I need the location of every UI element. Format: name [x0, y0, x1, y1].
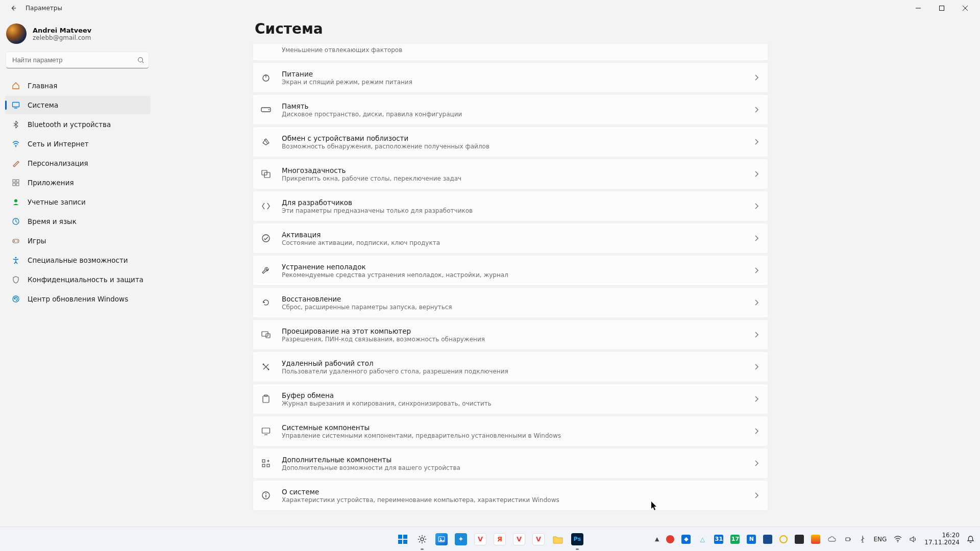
settings-card-optional[interactable]: Дополнительные компонентыДополнительные … [253, 448, 768, 479]
svg-rect-33 [403, 535, 407, 539]
tray-icon-6[interactable]: N [744, 529, 758, 549]
tray-icon-9[interactable] [792, 529, 806, 549]
nav-item-accounts[interactable]: Учетные записи [5, 193, 151, 211]
settings-card-subtitle: Прикрепить окна, рабочие столы, переключ… [282, 175, 744, 182]
settings-card-troubleshoot[interactable]: Устранение неполадокРекомендуемые средст… [253, 255, 768, 286]
svg-point-36 [421, 538, 424, 541]
tray-icon-3[interactable]: △ [695, 529, 709, 549]
settings-card-about[interactable]: О системеХарактеристики устройства, пере… [253, 480, 768, 511]
window-close-button[interactable] [953, 0, 977, 16]
nav-item-bluetooth[interactable]: Bluetooth и устройства [5, 115, 151, 134]
tray-icon-5[interactable]: 17 [728, 529, 742, 549]
nav-item-games[interactable]: Игры [5, 232, 151, 250]
tray-wifi[interactable] [891, 529, 904, 549]
settings-card-nearby[interactable]: Обмен с устройствами поблизостиВозможнос… [253, 127, 768, 157]
tray-language[interactable]: ENG [871, 529, 889, 549]
user-profile[interactable]: Andrei Matveev zelebb@gmail.com [3, 20, 153, 52]
clipboard-icon [260, 393, 272, 405]
taskbar-app-photoshop[interactable]: Ps [569, 531, 585, 547]
back-button[interactable] [3, 0, 23, 16]
windows-update-icon [11, 294, 20, 304]
tray-icon-8[interactable] [777, 529, 790, 549]
taskbar-app-explorer[interactable] [550, 531, 566, 547]
taskbar-app-yandex[interactable]: Я [492, 531, 508, 547]
nav-item-system[interactable]: Система [5, 96, 151, 114]
tray-icon-4[interactable]: 31 [712, 529, 726, 549]
tray-clock[interactable]: 16:20 17.11.2024 [922, 529, 962, 549]
games-icon [11, 236, 20, 245]
chevron-right-icon [754, 364, 758, 370]
search-input[interactable] [6, 52, 149, 68]
volume-icon [909, 536, 917, 543]
tray-time: 16:20 [924, 532, 960, 539]
start-button[interactable] [395, 531, 411, 547]
window-minimize-button[interactable] [906, 0, 930, 16]
nav-label: Центр обновления Windows [28, 295, 128, 303]
taskbar-app-generic-1[interactable]: ✦ [453, 531, 469, 547]
settings-card-recovery[interactable]: ВосстановлениеСброс, расширенные парамет… [253, 287, 768, 318]
settings-card-project[interactable]: Проецирование на этот компьютерРазрешени… [253, 319, 768, 350]
troubleshoot-icon [260, 265, 272, 276]
taskbar-app-vivaldi-1[interactable]: V [472, 531, 488, 547]
nav-label: Игры [28, 237, 46, 245]
svg-rect-24 [263, 396, 269, 403]
tray-icon-1[interactable] [664, 529, 677, 549]
settings-card-power[interactable]: ПитаниеЭкран и спящий режим, режим питан… [253, 62, 768, 93]
tray-onedrive[interactable] [825, 529, 839, 549]
search [6, 52, 149, 68]
nav-item-personalization[interactable]: Персонализация [5, 154, 151, 172]
settings-card-title: Устранение неполадок [282, 263, 744, 271]
tray-icon-7[interactable] [761, 529, 775, 549]
nav-item-network[interactable]: Сеть и Интернет [5, 135, 151, 153]
picture-icon [438, 536, 445, 543]
nav-item-privacy[interactable]: Конфиденциальность и защита [5, 270, 151, 289]
chevron-right-icon [754, 332, 758, 338]
svg-point-8 [14, 199, 17, 203]
nav-item-apps[interactable]: Приложения [5, 173, 151, 192]
tray-overflow-button[interactable]: ▲ [652, 529, 662, 549]
settings-card-multitask[interactable]: МногозадачностьПрикрепить окна, рабочие … [253, 159, 768, 189]
taskbar-app-vivaldi-2[interactable]: V [511, 531, 527, 547]
accessibility-icon [11, 256, 20, 265]
remotedesktop-icon [260, 361, 272, 372]
svg-rect-29 [267, 464, 270, 467]
taskbar-app-photos[interactable] [433, 531, 450, 547]
taskbar-app-vivaldi-3[interactable]: V [530, 531, 547, 547]
svg-rect-7 [16, 183, 19, 186]
tray-power[interactable] [841, 529, 854, 549]
chevron-right-icon [754, 396, 758, 402]
taskbar-app-settings[interactable] [414, 531, 430, 547]
settings-card-subtitle: Возможность обнаружения, расположение по… [282, 143, 744, 150]
tray-volume[interactable] [906, 529, 920, 549]
settings-card-storage[interactable]: ПамятьДисковое пространство, диски, прав… [253, 94, 768, 125]
nav: Главная Система Bluetooth и устройства С… [3, 77, 153, 308]
tray-usb[interactable] [856, 529, 869, 549]
chevron-right-icon [754, 203, 758, 209]
settings-card-syscomponents[interactable]: Системные компонентыУправление системным… [253, 416, 768, 446]
photoshop-icon: Ps [571, 533, 583, 545]
tray-icon-10[interactable] [808, 529, 823, 549]
tray-icon-2[interactable]: ◆ [679, 529, 693, 549]
svg-point-1 [138, 58, 143, 62]
user-name: Andrei Matveev [33, 27, 91, 34]
fordev-icon [260, 201, 272, 212]
maximize-icon [939, 6, 944, 11]
window-maximize-button[interactable] [930, 0, 953, 16]
svg-rect-39 [846, 538, 850, 541]
settings-card-clipboard[interactable]: Буфер обменаЖурнал вырезания и копирован… [253, 384, 768, 414]
tray-red-icon [666, 535, 674, 543]
nav-item-home[interactable]: Главная [5, 77, 151, 95]
settings-card-focus[interactable]: Уменьшение отвлекающих факторов [253, 43, 768, 61]
nav-item-time[interactable]: Время и язык [5, 212, 151, 231]
settings-card-remotedesktop[interactable]: Удаленный рабочий столПользователи удале… [253, 352, 768, 382]
settings-card-fordev[interactable]: Для разработчиковЭти параметры предназна… [253, 191, 768, 221]
tray-notifications[interactable] [964, 529, 977, 549]
nav-item-accessibility[interactable]: Специальные возможности [5, 251, 151, 269]
chevron-right-icon [754, 299, 758, 306]
nav-item-windows-update[interactable]: Центр обновления Windows [5, 290, 151, 308]
bluetooth-icon [11, 120, 20, 129]
settings-card-activation[interactable]: АктивацияСостояние активации, подписки, … [253, 223, 768, 254]
windows-icon [397, 534, 408, 545]
svg-point-19 [262, 235, 270, 242]
taskbar-center: ✦ V Я V V Ps [395, 531, 585, 547]
